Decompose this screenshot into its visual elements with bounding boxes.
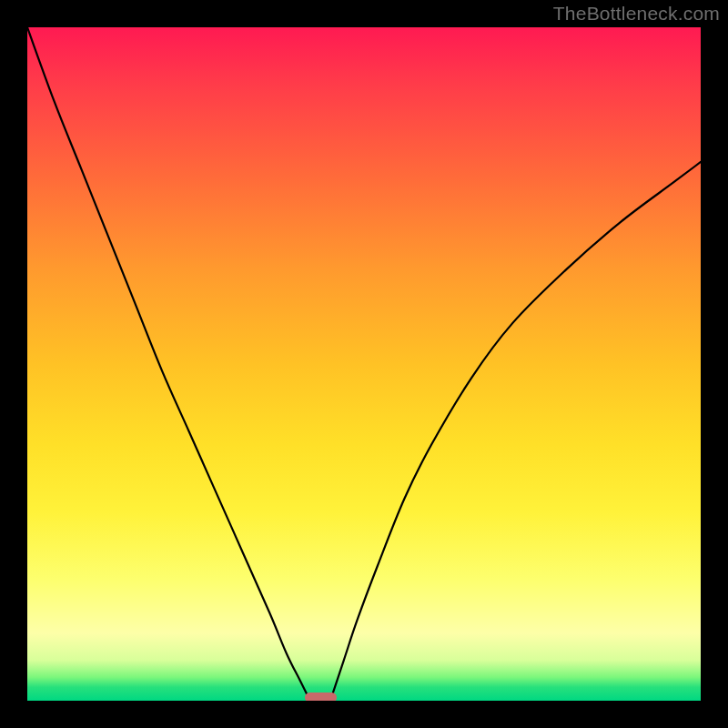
plot-area: [27, 27, 701, 701]
left-curve: [27, 27, 310, 701]
right-curve: [330, 162, 701, 701]
bottleneck-marker: [305, 693, 337, 701]
watermark-text: TheBottleneck.com: [553, 3, 720, 25]
curves-svg: [27, 27, 701, 701]
chart-stage: TheBottleneck.com: [0, 0, 728, 728]
